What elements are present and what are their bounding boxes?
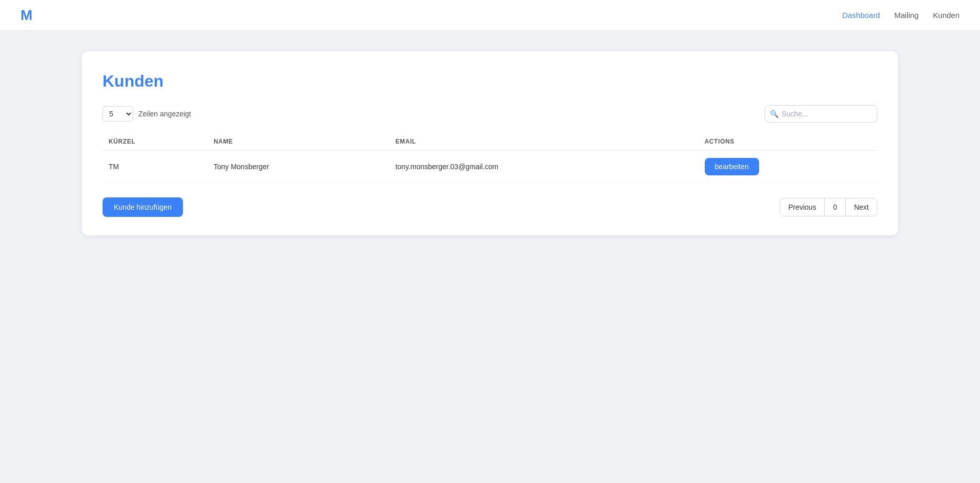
bearbeiten-button[interactable]: bearbeiten — [705, 158, 759, 175]
nav-links: Dashboard Mailing Kunden — [842, 11, 959, 19]
toolbar: 5 10 25 50 Zeilen angezeigt 🔍 — [103, 105, 877, 123]
brand-logo: M — [21, 7, 32, 24]
col-actions: ACTIONS — [699, 133, 877, 151]
pagination-next-button[interactable]: Next — [846, 198, 877, 216]
rows-select[interactable]: 5 10 25 50 — [103, 106, 133, 122]
table-body: TM Tony Monsberger tony.monsberger.03@gm… — [103, 151, 877, 183]
rows-control: 5 10 25 50 Zeilen angezeigt — [103, 106, 191, 122]
cell-name: Tony Monsberger — [208, 151, 390, 183]
kunden-table: KÜRZEL NAME EMAIL ACTIONS TM Tony Monsbe… — [103, 133, 877, 183]
rows-label: Zeilen angezeigt — [138, 110, 191, 118]
nav-link-dashboard[interactable]: Dashboard — [842, 11, 880, 19]
cell-actions: bearbeiten — [699, 151, 877, 183]
table-row: TM Tony Monsberger tony.monsberger.03@gm… — [103, 151, 877, 183]
pagination: Previous 0 Next — [780, 198, 877, 216]
bottom-row: Kunde hinzufügen Previous 0 Next — [103, 197, 877, 217]
col-email: EMAIL — [389, 133, 698, 151]
nav-link-kunden[interactable]: Kunden — [933, 11, 959, 19]
navbar: M Dashboard Mailing Kunden — [0, 0, 980, 31]
search-icon: 🔍 — [770, 110, 779, 118]
search-wrapper: 🔍 — [765, 105, 877, 123]
main-content: Kunden 5 10 25 50 Zeilen angezeigt 🔍 — [0, 31, 980, 256]
search-input[interactable] — [765, 105, 877, 123]
table-head: KÜRZEL NAME EMAIL ACTIONS — [103, 133, 877, 151]
nav-link-mailing[interactable]: Mailing — [894, 11, 919, 19]
pagination-page-number: 0 — [824, 198, 846, 216]
col-name: NAME — [208, 133, 390, 151]
kunden-card: Kunden 5 10 25 50 Zeilen angezeigt 🔍 — [82, 51, 898, 235]
col-kuerzel: KÜRZEL — [103, 133, 208, 151]
pagination-previous-button[interactable]: Previous — [780, 198, 824, 216]
cell-email: tony.monsberger.03@gmail.com — [389, 151, 698, 183]
add-kunde-button[interactable]: Kunde hinzufügen — [103, 197, 183, 217]
page-title: Kunden — [103, 72, 877, 91]
table-wrapper: KÜRZEL NAME EMAIL ACTIONS TM Tony Monsbe… — [103, 133, 877, 183]
cell-kuerzel: TM — [103, 151, 208, 183]
